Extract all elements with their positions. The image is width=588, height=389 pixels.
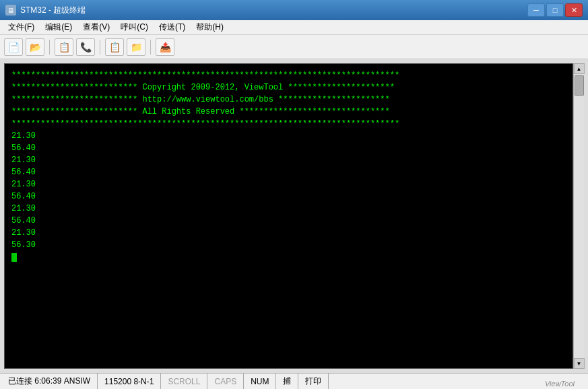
status-caps: CAPS	[207, 374, 244, 389]
status-bar: 已连接 6:06:39 ANSIW 115200 8-N-1 SCROLL CA…	[0, 373, 588, 389]
status-scroll: SCROLL	[161, 374, 207, 389]
menu-transfer[interactable]: 传送(T)	[154, 20, 191, 34]
watermark-text: ViewTool	[545, 380, 575, 388]
menu-bar: 文件(F) 编辑(E) 查看(V) 呼叫(C) 传送(T) 帮助(H)	[0, 20, 588, 35]
toolbar-separator-2	[100, 40, 100, 55]
status-baud-rate: 115200 8-N-1	[98, 374, 161, 389]
menu-edit[interactable]: 编辑(E)	[40, 20, 77, 34]
toolbar: 📄 📂 📋 📞 📋 📁 📤	[0, 35, 588, 59]
title-bar-buttons: ─ □ ✕	[527, 3, 583, 17]
menu-file[interactable]: 文件(F)	[3, 20, 40, 34]
status-print: 打印	[298, 374, 329, 389]
status-capture: 捕	[276, 374, 298, 389]
toolbar-send[interactable]: 📤	[156, 38, 174, 56]
toolbar-open[interactable]: 📂	[26, 38, 44, 56]
terminal-content: ****************************************…	[11, 69, 566, 251]
toolbar-new[interactable]: 📄	[4, 38, 23, 56]
toolbar-prop1[interactable]: 📋	[55, 38, 73, 56]
toolbar-dial[interactable]: 📞	[76, 38, 95, 56]
maximize-button[interactable]: □	[546, 3, 564, 17]
toolbar-separator-3	[150, 40, 151, 55]
toolbar-copy1[interactable]: 📋	[105, 38, 124, 56]
main-area: ****************************************…	[0, 59, 588, 373]
toolbar-copy2[interactable]: 📁	[127, 38, 145, 56]
title-bar-left: 🖥 STM32 - 超级终端	[5, 5, 86, 16]
scrollbar-thumb[interactable]	[575, 75, 584, 96]
menu-view[interactable]: 查看(V)	[77, 20, 115, 34]
status-connection: 已连接 6:06:39 ANSIW	[5, 374, 98, 389]
terminal[interactable]: ****************************************…	[4, 63, 573, 369]
minimize-button[interactable]: ─	[527, 3, 545, 17]
scrollbar-up[interactable]: ▲	[574, 63, 585, 74]
toolbar-separator-1	[49, 40, 50, 55]
scrollbar-track[interactable]: ▲ ▼	[573, 63, 584, 369]
window-title: STM32 - 超级终端	[20, 5, 86, 16]
app-icon: 🖥	[5, 5, 16, 15]
terminal-cursor	[11, 253, 17, 262]
menu-help[interactable]: 帮助(H)	[191, 20, 229, 34]
status-num: NUM	[244, 374, 276, 389]
title-bar: 🖥 STM32 - 超级终端 ─ □ ✕	[0, 0, 588, 20]
close-button[interactable]: ✕	[565, 3, 583, 17]
menu-call[interactable]: 呼叫(C)	[115, 20, 154, 34]
scrollbar-down[interactable]: ▼	[574, 358, 585, 369]
